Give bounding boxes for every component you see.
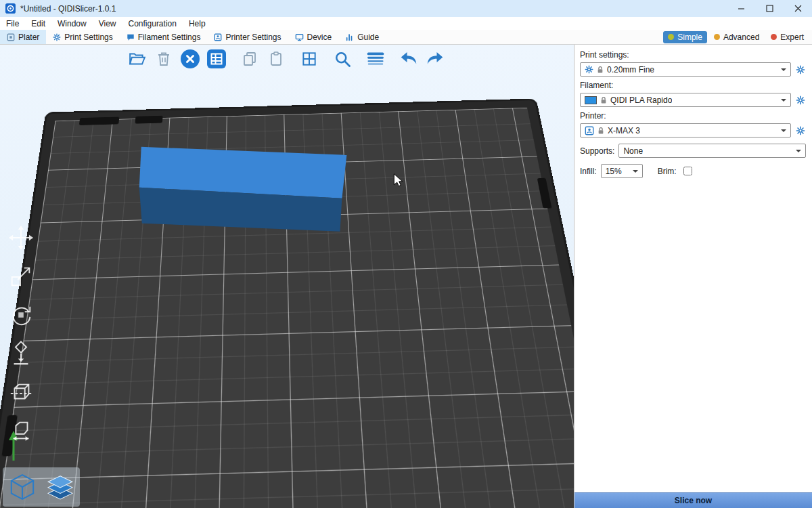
print-settings-gear-button[interactable] — [795, 64, 806, 75]
plater-icon — [7, 33, 15, 41]
menu-bar: File Edit Window View Configuration Help — [0, 17, 812, 30]
search-icon — [333, 49, 352, 68]
tab-printer-settings[interactable]: Printer Settings — [207, 30, 288, 44]
split-panes-icon — [300, 50, 318, 68]
cube-3d-icon — [7, 472, 38, 502]
close-icon — [794, 5, 802, 12]
filament-color-swatch — [585, 96, 597, 104]
mode-simple[interactable]: Simple — [663, 31, 707, 43]
measure-icon — [8, 418, 34, 444]
dropdown-caret-icon — [633, 170, 638, 175]
editor-view-button[interactable] — [4, 469, 41, 505]
printer-value: X-MAX 3 — [608, 126, 640, 135]
search-button[interactable] — [332, 49, 353, 69]
menu-window[interactable]: Window — [51, 17, 93, 30]
arrange-icon — [206, 49, 227, 69]
delete-all-icon — [180, 49, 200, 69]
gear-icon — [796, 126, 805, 135]
gear-icon — [53, 33, 61, 41]
preview-view-button[interactable] — [42, 469, 78, 505]
rotate-tool[interactable] — [7, 301, 35, 329]
dropdown-caret-icon — [781, 99, 786, 104]
arrange-button[interactable] — [206, 49, 227, 69]
tab-plater[interactable]: Plater — [0, 30, 46, 44]
slice-now-button[interactable]: Slice now — [574, 492, 812, 508]
variable-layer-height-button[interactable] — [365, 49, 386, 69]
build-plate[interactable] — [0, 100, 574, 508]
tab-guide[interactable]: Guide — [338, 30, 386, 44]
scale-tool[interactable] — [7, 262, 35, 291]
layer-lines-icon — [366, 49, 385, 68]
gizmo-toolbar — [7, 224, 35, 445]
scale-icon — [8, 263, 34, 289]
menu-view[interactable]: View — [93, 17, 122, 30]
filament-icon — [127, 33, 135, 41]
menu-edit[interactable]: Edit — [25, 17, 51, 30]
supports-label: Supports: — [580, 146, 614, 156]
folder-open-icon — [129, 50, 146, 68]
title-bar: *Untitled - QIDISlicer-1.0.1 — [0, 0, 812, 17]
dropdown-caret-icon — [781, 129, 786, 135]
close-button[interactable] — [784, 0, 812, 17]
tab-print-settings[interactable]: Print Settings — [46, 30, 119, 44]
gear-icon — [796, 96, 805, 105]
infill-label: Infill: — [580, 167, 597, 176]
settings-sidebar: Print settings: 0.20mm Fine — [574, 45, 812, 508]
tab-bar: Plater Print Settings Filament Settings … — [0, 30, 812, 45]
mode-advanced[interactable]: Advanced — [709, 31, 764, 43]
minimize-icon — [738, 5, 745, 12]
minimize-button[interactable] — [727, 0, 755, 17]
view-switch — [3, 467, 80, 507]
place-on-face-tool[interactable] — [7, 339, 35, 368]
move-tool[interactable] — [7, 224, 35, 252]
lock-icon — [597, 66, 604, 74]
menu-file[interactable]: File — [0, 17, 25, 30]
filament-gear-button[interactable] — [795, 95, 806, 106]
place-on-face-icon — [8, 341, 34, 366]
copy-icon — [242, 51, 258, 67]
cut-tool[interactable] — [7, 378, 35, 406]
undo-icon — [399, 50, 419, 68]
expert-mode-dot — [771, 34, 777, 40]
paste-button[interactable] — [266, 49, 286, 69]
tab-device[interactable]: Device — [288, 30, 339, 44]
printer-combo[interactable]: X-MAX 3 — [580, 123, 791, 137]
trash-icon — [156, 51, 172, 67]
device-icon — [295, 33, 304, 41]
delete-all-button[interactable] — [180, 49, 200, 69]
undo-button[interactable] — [399, 49, 419, 69]
printer-gear-button[interactable] — [795, 125, 806, 136]
infill-combo[interactable]: 15% — [601, 164, 643, 178]
gear-icon — [796, 65, 805, 75]
brim-checkbox[interactable] — [683, 167, 692, 175]
infill-value: 15% — [606, 167, 622, 176]
split-to-parts-button[interactable] — [299, 49, 319, 69]
mode-switcher: Simple Advanced Expert — [663, 30, 812, 44]
print-settings-combo[interactable]: 0.20mm Fine — [580, 62, 791, 77]
3d-viewport[interactable] — [0, 45, 574, 508]
printer-icon — [585, 126, 594, 135]
menu-help[interactable]: Help — [183, 17, 212, 30]
menu-configuration[interactable]: Configuration — [122, 17, 183, 30]
filament-combo[interactable]: QIDI PLA Rapido — [580, 93, 791, 107]
filament-label: Filament: — [580, 81, 806, 90]
printer-icon — [214, 33, 222, 41]
bed-clip — [135, 116, 163, 124]
measure-tool[interactable] — [7, 417, 35, 445]
maximize-button[interactable] — [755, 0, 784, 17]
open-button[interactable] — [127, 49, 148, 69]
mode-expert[interactable]: Expert — [766, 31, 809, 43]
lock-icon — [597, 127, 604, 135]
print-settings-value: 0.20mm Fine — [607, 65, 654, 75]
tab-filament-settings[interactable]: Filament Settings — [120, 30, 208, 44]
dropdown-caret-icon — [781, 68, 786, 74]
layers-stack-icon — [45, 472, 76, 502]
copy-button[interactable] — [240, 49, 260, 69]
redo-button[interactable] — [425, 49, 445, 69]
plater-toolbar — [127, 49, 445, 69]
build-plate-wrap — [47, 107, 535, 508]
supports-combo[interactable]: None — [618, 144, 806, 158]
delete-button[interactable] — [154, 49, 174, 69]
app-icon — [5, 3, 16, 14]
window-title: *Untitled - QIDISlicer-1.0.1 — [20, 4, 116, 14]
